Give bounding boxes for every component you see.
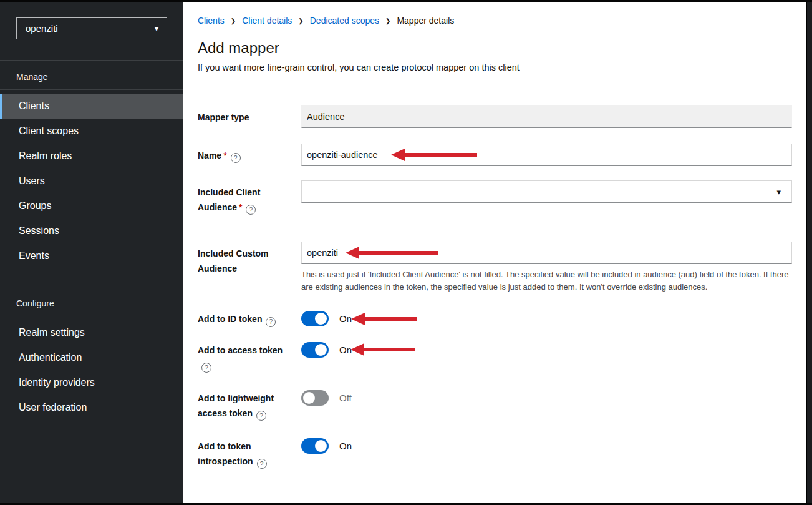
- help-icon[interactable]: ?: [257, 459, 267, 469]
- mapper-type-field-wrap: [301, 105, 792, 128]
- help-icon[interactable]: ?: [231, 153, 241, 163]
- help-icon[interactable]: ?: [246, 205, 256, 215]
- add-to-lightweight-access-token-toggle[interactable]: [301, 390, 329, 406]
- included-custom-audience-label: Included Custom Audience: [198, 242, 291, 276]
- realm-name: openziti: [26, 23, 58, 34]
- chevron-right-icon: ❯: [385, 17, 390, 24]
- sidebar-section-configure: Configure: [0, 287, 183, 316]
- sidebar-item-users[interactable]: Users: [0, 169, 183, 194]
- chevron-down-icon: ▾: [155, 24, 158, 33]
- add-to-lightweight-access-token-label: Add to lightweight access token?: [198, 390, 291, 421]
- chevron-right-icon: ❯: [231, 17, 236, 24]
- arrow-shaft: [365, 317, 417, 321]
- required-asterisk: *: [239, 202, 242, 212]
- add-to-access-token-field: On: [301, 342, 792, 358]
- add-to-access-token-toggle[interactable]: [301, 342, 329, 358]
- toggle-state-label: On: [339, 313, 352, 324]
- arrow-head-icon: [351, 313, 365, 325]
- mapper-type-input: [301, 105, 792, 128]
- arrow-shaft: [364, 348, 415, 351]
- sidebar-item-events[interactable]: Events: [0, 243, 183, 268]
- toggle-knob: [315, 344, 327, 356]
- required-asterisk: *: [223, 150, 226, 160]
- help-icon[interactable]: ?: [201, 363, 211, 373]
- included-client-audience-select[interactable]: ▾: [301, 180, 792, 203]
- help-icon[interactable]: ?: [266, 317, 276, 327]
- chevron-right-icon: ❯: [298, 17, 303, 24]
- name-row: Name*?: [198, 144, 792, 166]
- breadcrumb-clients[interactable]: Clients: [198, 16, 225, 26]
- help-icon[interactable]: ?: [256, 411, 266, 421]
- included-custom-audience-field-col: This is used just if 'Included Client Au…: [301, 242, 792, 293]
- included-custom-audience-row: Included Custom Audience This is used ju…: [198, 242, 792, 293]
- toggle-state-label: On: [339, 345, 352, 355]
- add-to-token-introspection-field: On: [301, 438, 792, 454]
- page-title: Add mapper: [198, 39, 791, 57]
- included-client-audience-label: Included Client Audience*?: [198, 180, 291, 215]
- toggle-state-label: On: [339, 441, 352, 451]
- toggle-state-label: Off: [339, 393, 352, 403]
- add-to-token-introspection-toggle[interactable]: [301, 438, 329, 454]
- toggle-knob: [315, 440, 327, 452]
- included-custom-audience-help-text: This is used just if 'Included Client Au…: [301, 268, 792, 293]
- sidebar-item-identity-providers[interactable]: Identity providers: [0, 370, 183, 395]
- included-custom-audience-input[interactable]: [301, 242, 792, 264]
- mapper-type-row: Mapper type: [198, 105, 792, 128]
- sidebar-item-groups[interactable]: Groups: [0, 194, 183, 218]
- sidebar-section-manage: Manage: [0, 61, 183, 89]
- sidebar-item-authentication[interactable]: Authentication: [0, 345, 183, 370]
- name-field-wrap: [301, 144, 792, 166]
- page-subtitle: If you want more fine-grain control, you…: [198, 62, 791, 72]
- breadcrumb: Clients ❯ Client details ❯ Dedicated sco…: [198, 16, 791, 26]
- add-to-token-introspection-row: Add to token introspection? On: [198, 438, 792, 469]
- main-content: Clients ❯ Client details ❯ Dedicated sco…: [183, 2, 806, 503]
- mapper-form: Mapper type Name*? Included Client Aud: [183, 89, 806, 503]
- breadcrumb-client-details[interactable]: Client details: [242, 16, 292, 26]
- sidebar-item-clients[interactable]: Clients: [0, 94, 183, 119]
- breadcrumb-mapper-details: Mapper details: [397, 16, 454, 26]
- manage-nav-list: Clients Client scopes Realm roles Users …: [0, 90, 183, 268]
- window-scrollbar-strip[interactable]: [806, 0, 812, 505]
- add-to-lightweight-access-token-field: Off: [301, 390, 792, 406]
- chevron-down-icon: ▾: [776, 187, 781, 197]
- window-top-edge: [0, 0, 812, 2]
- sidebar-item-sessions[interactable]: Sessions: [0, 218, 183, 243]
- sidebar: openziti ▾ Manage Clients Client scopes …: [0, 2, 183, 503]
- included-client-audience-row: Included Client Audience*? ▾: [198, 180, 792, 215]
- add-to-token-introspection-label: Add to token introspection?: [198, 438, 291, 469]
- sidebar-item-realm-settings[interactable]: Realm settings: [0, 320, 183, 345]
- sidebar-item-realm-roles[interactable]: Realm roles: [0, 144, 183, 169]
- annotation-arrow: [350, 343, 415, 356]
- add-to-id-token-toggle[interactable]: [301, 311, 329, 326]
- name-label: Name*?: [198, 144, 291, 163]
- sidebar-item-user-federation[interactable]: User federation: [0, 395, 183, 420]
- add-to-access-token-label: Add to access token?: [198, 342, 291, 373]
- name-input[interactable]: [301, 144, 792, 166]
- breadcrumb-dedicated-scopes[interactable]: Dedicated scopes: [310, 16, 379, 26]
- mapper-type-label: Mapper type: [198, 105, 291, 125]
- add-to-access-token-row: Add to access token? On: [198, 342, 792, 373]
- add-to-id-token-field: On: [301, 311, 792, 326]
- toggle-knob: [315, 313, 327, 325]
- annotation-arrow: [351, 313, 417, 325]
- add-to-id-token-label: Add to ID token?: [198, 311, 291, 326]
- add-to-id-token-row: Add to ID token? On: [198, 311, 792, 326]
- add-to-lightweight-access-token-row: Add to lightweight access token? Off: [198, 390, 792, 421]
- page-header: Clients ❯ Client details ❯ Dedicated sco…: [183, 2, 806, 89]
- arrow-head-icon: [350, 343, 364, 356]
- sidebar-item-client-scopes[interactable]: Client scopes: [0, 119, 183, 144]
- toggle-knob: [303, 392, 315, 404]
- configure-nav-list: Realm settings Authentication Identity p…: [0, 316, 183, 420]
- included-client-audience-field-wrap: ▾: [301, 180, 792, 203]
- realm-selector[interactable]: openziti ▾: [16, 17, 167, 39]
